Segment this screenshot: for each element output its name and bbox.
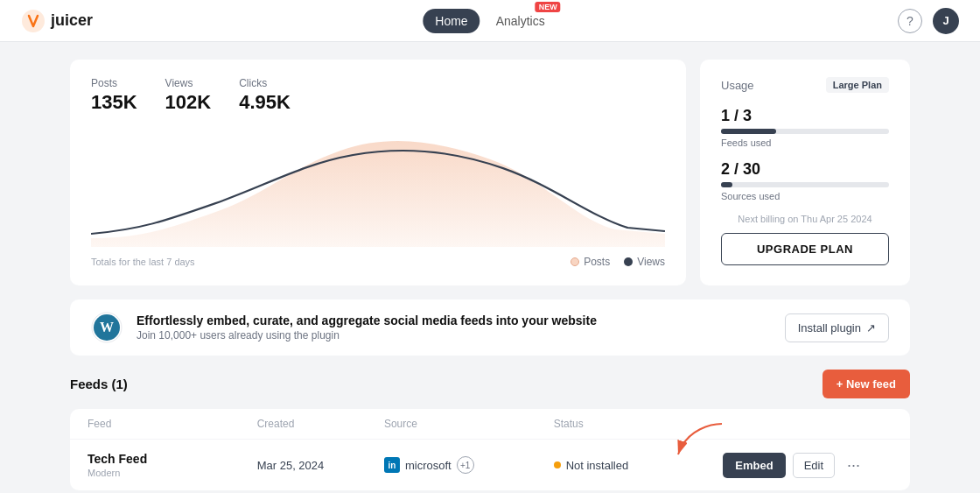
svg-text:W: W xyxy=(100,320,114,335)
header-right: ? J xyxy=(898,8,959,34)
feed-source: in microsoft +1 xyxy=(384,456,554,474)
chart-card: Posts 135K Views 102K Clicks 4.95K xyxy=(70,60,686,285)
logo-icon xyxy=(21,9,46,33)
chart-footer: Totals for the last 7 days Posts Views xyxy=(91,256,665,268)
wp-text: Effortlessly embed, curate, and aggregat… xyxy=(136,313,771,342)
feeds-progress-bg xyxy=(721,129,889,134)
wp-banner: W Effortlessly embed, curate, and aggreg… xyxy=(70,299,910,356)
feed-info: Tech Feed Modern xyxy=(88,452,257,478)
logo[interactable]: juicer xyxy=(21,9,93,33)
header: juicer Home Analytics NEW ? J xyxy=(0,0,980,42)
source-plus-badge[interactable]: +1 xyxy=(457,456,474,474)
usage-header: Usage Large Plan xyxy=(721,77,889,93)
chart-svg xyxy=(91,124,665,247)
col-actions xyxy=(723,418,892,430)
install-plugin-button[interactable]: Install plugin ↗ xyxy=(785,313,889,342)
table-header: Feed Created Source Status xyxy=(70,409,910,440)
sources-progress-fill xyxy=(721,182,732,187)
billing-text: Next billing on Thu Apr 25 2024 xyxy=(721,214,889,224)
feed-actions: Embed Edit ··· xyxy=(723,453,892,478)
stat-views: Views 102K xyxy=(165,77,212,114)
plan-badge: Large Plan xyxy=(826,77,889,93)
embed-button[interactable]: Embed xyxy=(723,453,785,478)
feeds-progress-fill xyxy=(721,129,776,134)
legend-posts-dot xyxy=(570,257,579,266)
wordpress-icon: W xyxy=(91,312,122,343)
legend-views: Views xyxy=(624,256,665,268)
main-content: Posts 135K Views 102K Clicks 4.95K xyxy=(0,42,980,493)
external-link-icon: ↗ xyxy=(866,321,876,335)
more-options-button[interactable]: ··· xyxy=(842,454,865,476)
linkedin-icon: in xyxy=(384,457,400,473)
feed-status: Not installed xyxy=(554,459,724,472)
feeds-table: Feed Created Source Status Tech Feed Mod… xyxy=(70,409,910,490)
nav-analytics[interactable]: Analytics NEW xyxy=(484,9,557,33)
chart-legend: Posts Views xyxy=(570,256,665,268)
top-row: Posts 135K Views 102K Clicks 4.95K xyxy=(70,60,910,285)
nav-home[interactable]: Home xyxy=(423,9,480,33)
edit-button[interactable]: Edit xyxy=(793,453,835,478)
analytics-new-badge: NEW xyxy=(536,2,561,12)
upgrade-plan-button[interactable]: UPGRADE PLAN xyxy=(721,233,889,265)
status-dot xyxy=(554,461,561,468)
legend-posts: Posts xyxy=(570,256,610,268)
avatar[interactable]: J xyxy=(933,8,959,34)
col-source: Source xyxy=(384,418,554,430)
feeds-header: Feeds (1) + New feed xyxy=(70,370,910,398)
table-row: Tech Feed Modern Mar 25, 2024 in microso… xyxy=(70,440,910,490)
col-created: Created xyxy=(257,418,384,430)
feeds-title: Feeds (1) xyxy=(70,377,128,391)
usage-card: Usage Large Plan 1 / 3 Feeds used 2 / 30… xyxy=(700,60,910,285)
main-nav: Home Analytics NEW xyxy=(423,9,556,33)
chart-area xyxy=(91,124,665,247)
stat-posts: Posts 135K xyxy=(91,77,137,114)
sources-used-metric: 2 / 30 Sources used xyxy=(721,160,889,201)
help-button[interactable]: ? xyxy=(898,9,922,33)
svg-point-0 xyxy=(22,10,45,32)
legend-views-dot xyxy=(624,257,633,266)
feeds-section: Feeds (1) + New feed Feed Created Source… xyxy=(70,370,910,490)
chart-stats: Posts 135K Views 102K Clicks 4.95K xyxy=(91,77,665,114)
stat-clicks: Clicks 4.95K xyxy=(239,77,290,114)
col-status: Status xyxy=(554,418,724,430)
chart-fill-posts xyxy=(91,141,665,247)
sources-progress-bg xyxy=(721,182,889,187)
new-feed-button[interactable]: + New feed xyxy=(822,370,910,398)
feeds-used-metric: 1 / 3 Feeds used xyxy=(721,107,889,148)
col-feed: Feed xyxy=(88,418,257,430)
feed-date: Mar 25, 2024 xyxy=(257,459,384,472)
